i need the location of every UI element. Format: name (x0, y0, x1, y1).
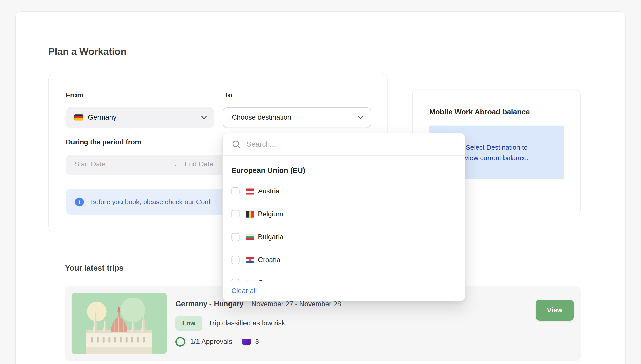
flag-count: 3 (255, 338, 259, 346)
dropdown-footer: Clear all (223, 281, 465, 301)
info-icon: i (75, 197, 84, 206)
trip-illustration (71, 293, 167, 354)
risk-text: Trip classified as low risk (208, 319, 285, 327)
start-date-placeholder: Start Date (74, 160, 106, 168)
country-name: Belgium (258, 210, 283, 218)
bulgaria-flag-icon (246, 234, 254, 240)
country-option-belgium[interactable]: Belgium (223, 203, 465, 226)
country-option-croatia[interactable]: Croatia (223, 249, 465, 271)
checkbox[interactable] (231, 187, 239, 195)
end-date-placeholder: End Date (184, 160, 213, 168)
checkbox[interactable] (231, 210, 239, 218)
trip-approvals-row: 1/1 Approvals 3 (175, 337, 259, 347)
country-name: Croatia (258, 256, 280, 264)
approvals-text: 1/1 Approvals (190, 338, 232, 346)
balance-message-line1: Select Destination to (466, 142, 527, 153)
from-label: From (66, 91, 83, 99)
country-option-cyprus[interactable]: Cyprus (223, 271, 465, 282)
trip-risk-row: Low Trip classified as low risk (175, 316, 285, 331)
from-country-select[interactable]: Germany (66, 107, 214, 128)
checkbox[interactable] (231, 233, 239, 241)
search-icon (232, 140, 241, 149)
from-country-value: Germany (88, 113, 201, 122)
page-title: Plan a Workation (48, 46, 126, 57)
period-label: During the period from (66, 138, 141, 146)
belgium-flag-icon (246, 211, 254, 217)
country-list: European Union (EU) Austria Belgium Bulg… (223, 156, 465, 282)
group-header-eu: European Union (EU) (223, 156, 465, 180)
country-option-bulgaria[interactable]: Bulgaria (223, 226, 465, 249)
latest-trips-heading: Your latest trips (65, 264, 124, 272)
search-input[interactable] (247, 140, 456, 149)
to-destination-placeholder: Choose destination (232, 113, 358, 122)
croatia-flag-icon (246, 257, 254, 263)
page: Plan a Workation From Germany To Choose … (0, 0, 641, 364)
balance-message-line2: view current balance. (465, 153, 529, 163)
purple-flag-icon (242, 339, 251, 345)
clear-all-link[interactable]: Clear all (231, 287, 257, 295)
notice-text: Before you book, please check our Confl (90, 198, 212, 206)
country-option-austria[interactable]: Austria (223, 180, 465, 203)
arrow-right-icon: → (171, 160, 177, 168)
to-label: To (224, 91, 232, 99)
germany-flag-icon (74, 114, 83, 120)
chevron-down-icon (201, 116, 207, 119)
destination-dropdown: European Union (EU) Austria Belgium Bulg… (222, 133, 465, 301)
austria-flag-icon (246, 188, 254, 194)
dropdown-search-row (223, 133, 465, 156)
view-trip-button[interactable]: View (536, 300, 574, 321)
country-name: Bulgaria (258, 233, 283, 241)
balance-card-title: Mobile Work Abroad balance (429, 108, 530, 117)
to-destination-select[interactable]: Choose destination (223, 107, 371, 128)
checkbox[interactable] (231, 256, 239, 264)
chevron-down-icon (358, 116, 363, 119)
approval-ring-icon (175, 337, 185, 347)
country-name: Austria (258, 187, 280, 195)
risk-badge: Low (175, 316, 202, 331)
